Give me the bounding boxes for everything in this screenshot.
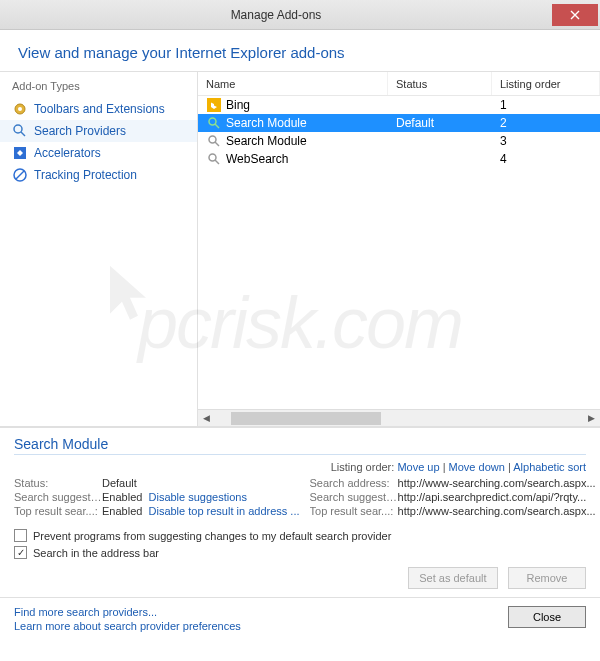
- col-order[interactable]: Listing order: [492, 72, 600, 95]
- detail-title: Search Module: [14, 436, 586, 452]
- provider-list: Name Status Listing order Bing 1 Search …: [198, 72, 600, 426]
- sidebar-item-label: Accelerators: [34, 146, 101, 160]
- prevent-changes-checkbox[interactable]: Prevent programs from suggesting changes…: [14, 529, 586, 542]
- svg-line-13: [215, 160, 219, 164]
- table-row[interactable]: WebSearch 4: [198, 150, 600, 168]
- search-grey-icon: [206, 151, 222, 167]
- address-value: http://www-searching.com/search.aspx...: [398, 477, 596, 489]
- ordering-label: Listing order:: [331, 461, 395, 473]
- checkbox-label: Search in the address bar: [33, 547, 159, 559]
- topresult-key: Top result sear...:: [14, 505, 102, 517]
- scroll-left-icon[interactable]: ◀: [198, 410, 215, 427]
- svg-point-8: [209, 118, 216, 125]
- detail-right: Search address:http://www-searching.com/…: [310, 477, 596, 519]
- search-icon: [12, 123, 28, 139]
- move-up-link[interactable]: Move up: [397, 461, 439, 473]
- close-button[interactable]: [552, 4, 598, 26]
- alpha-sort-link[interactable]: Alphabetic sort: [513, 461, 586, 473]
- sidebar-item-search-providers[interactable]: Search Providers: [0, 120, 197, 142]
- header: View and manage your Internet Explorer a…: [0, 30, 600, 71]
- sidebar-item-label: Search Providers: [34, 124, 126, 138]
- sidebar-item-label: Toolbars and Extensions: [34, 102, 165, 116]
- titlebar: Manage Add-ons: [0, 0, 600, 30]
- row-order: 3: [492, 134, 600, 148]
- disable-topresult-link[interactable]: Disable top result in address ...: [149, 505, 300, 517]
- remove-button[interactable]: Remove: [508, 567, 586, 589]
- move-down-link[interactable]: Move down: [449, 461, 505, 473]
- accelerator-icon: [12, 145, 28, 161]
- scroll-thumb[interactable]: [231, 412, 381, 425]
- sidebar-item-toolbars[interactable]: Toolbars and Extensions: [0, 98, 197, 120]
- header-text: View and manage your Internet Explorer a…: [18, 44, 582, 61]
- svg-point-2: [14, 125, 22, 133]
- svg-point-10: [209, 136, 216, 143]
- suggest-key: Search suggest...:: [14, 491, 102, 503]
- row-name: Search Module: [226, 134, 307, 148]
- row-name: Search Module: [226, 116, 307, 130]
- shield-icon: [12, 167, 28, 183]
- suggest-value: Enabled: [102, 491, 142, 503]
- svg-line-3: [21, 132, 25, 136]
- ordering-controls: Listing order: Move up | Move down | Alp…: [14, 461, 586, 473]
- suggest-url-value: http://api.searchpredict.com/api/?rqty..…: [398, 491, 596, 503]
- row-order: 4: [492, 152, 600, 166]
- footer: Find more search providers... Learn more…: [0, 597, 600, 642]
- sidebar-item-accelerators[interactable]: Accelerators: [0, 142, 197, 164]
- svg-point-12: [209, 154, 216, 161]
- col-name[interactable]: Name: [198, 72, 388, 95]
- status-key: Status:: [14, 477, 102, 489]
- column-headers: Name Status Listing order: [198, 72, 600, 96]
- horizontal-scrollbar[interactable]: ◀ ▶: [198, 409, 600, 426]
- svg-line-6: [16, 171, 24, 179]
- bing-icon: [206, 97, 222, 113]
- search-addressbar-checkbox[interactable]: ✓ Search in the address bar: [14, 546, 586, 559]
- topresult-value: Enabled: [102, 505, 142, 517]
- row-order: 1: [492, 98, 600, 112]
- checkbox-icon: ✓: [14, 546, 27, 559]
- divider: [14, 454, 586, 455]
- sidebar-heading: Add-on Types: [0, 80, 197, 98]
- table-row[interactable]: Bing 1: [198, 96, 600, 114]
- search-green-icon: [206, 115, 222, 131]
- sidebar-item-tracking-protection[interactable]: Tracking Protection: [0, 164, 197, 186]
- checkbox-label: Prevent programs from suggesting changes…: [33, 530, 391, 542]
- detail-pane: Search Module Listing order: Move up | M…: [0, 427, 600, 597]
- close-dialog-button[interactable]: Close: [508, 606, 586, 628]
- sidebar-item-label: Tracking Protection: [34, 168, 137, 182]
- detail-left: Status:Default Search suggest...:Enabled…: [14, 477, 300, 519]
- topresult-url-key: Top result sear...:: [310, 505, 398, 517]
- set-default-button[interactable]: Set as default: [408, 567, 497, 589]
- col-status[interactable]: Status: [388, 72, 492, 95]
- suggest-url-key: Search suggest...:: [310, 491, 398, 503]
- svg-line-9: [215, 124, 219, 128]
- topresult-url-value: http://www-searching.com/search.aspx...: [398, 505, 596, 517]
- find-providers-link[interactable]: Find more search providers...: [14, 606, 508, 618]
- window-title: Manage Add-ons: [0, 8, 552, 22]
- row-order: 2: [492, 116, 600, 130]
- checkbox-icon: [14, 529, 27, 542]
- sidebar: Add-on Types Toolbars and Extensions Sea…: [0, 72, 198, 426]
- svg-point-1: [18, 107, 22, 111]
- disable-suggestions-link[interactable]: Disable suggestions: [149, 491, 247, 503]
- table-row[interactable]: Search Module Default 2: [198, 114, 600, 132]
- row-name: WebSearch: [226, 152, 288, 166]
- svg-line-11: [215, 142, 219, 146]
- scroll-right-icon[interactable]: ▶: [583, 410, 600, 427]
- address-key: Search address:: [310, 477, 398, 489]
- close-icon: [570, 10, 580, 20]
- rows: Bing 1 Search Module Default 2 Search Mo…: [198, 96, 600, 409]
- gear-icon: [12, 101, 28, 117]
- learn-more-link[interactable]: Learn more about search provider prefere…: [14, 620, 508, 632]
- row-status: Default: [388, 116, 492, 130]
- row-name: Bing: [226, 98, 250, 112]
- status-value: Default: [102, 477, 300, 489]
- search-grey-icon: [206, 133, 222, 149]
- table-row[interactable]: Search Module 3: [198, 132, 600, 150]
